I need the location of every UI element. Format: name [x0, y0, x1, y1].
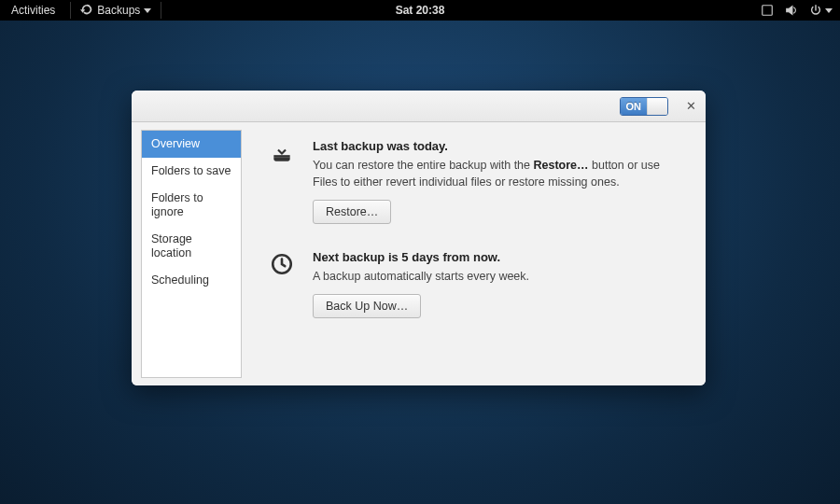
accessibility-icon	[761, 4, 774, 17]
app-menu-label: Backups	[97, 4, 140, 17]
close-icon: ✕	[686, 99, 696, 113]
chevron-down-icon	[144, 8, 151, 13]
next-backup-heading: Next backup is 5 days from now.	[313, 250, 678, 264]
close-button[interactable]: ✕	[681, 97, 700, 116]
activities-button[interactable]: Activities	[7, 2, 59, 19]
svg-rect-1	[273, 155, 289, 157]
window-body: Overview Folders to save Folders to igno…	[132, 122, 706, 385]
download-icon	[270, 139, 296, 224]
auto-backup-toggle[interactable]: ON	[620, 97, 669, 116]
sidebar-item-storage-location[interactable]: Storage location	[142, 226, 241, 267]
last-backup-section: Last backup was today. You can restore t…	[270, 139, 678, 224]
overview-panel: Last backup was today. You can restore t…	[242, 130, 698, 378]
top-bar: Activities Backups Sat 20:38	[0, 0, 840, 21]
app-menu[interactable]: Backups	[70, 2, 161, 19]
toggle-knob	[647, 98, 667, 115]
clock-icon	[270, 250, 296, 318]
clock[interactable]: Sat 20:38	[396, 4, 445, 17]
volume-menu[interactable]	[785, 4, 798, 17]
power-icon	[809, 4, 822, 17]
next-backup-desc: A backup automatically starts every week…	[313, 268, 678, 285]
backups-window: ON ✕ Overview Folders to save Folders to…	[132, 91, 706, 385]
backup-icon	[80, 4, 93, 17]
titlebar[interactable]: ON ✕	[132, 91, 706, 122]
sidebar-item-scheduling[interactable]: Scheduling	[142, 267, 241, 294]
power-menu[interactable]	[809, 4, 833, 17]
restore-button[interactable]: Restore…	[313, 200, 391, 224]
next-backup-section: Next backup is 5 days from now. A backup…	[270, 250, 678, 318]
backup-now-button[interactable]: Back Up Now…	[313, 294, 421, 318]
sidebar-item-folders-to-ignore[interactable]: Folders to ignore	[142, 185, 241, 226]
chevron-down-icon	[825, 8, 833, 13]
a11y-menu[interactable]	[761, 4, 774, 17]
sidebar-item-overview[interactable]: Overview	[142, 131, 241, 158]
toggle-on-label: ON	[621, 98, 648, 115]
last-backup-desc: You can restore the entire backup with t…	[313, 157, 678, 190]
sidebar: Overview Folders to save Folders to igno…	[141, 130, 242, 378]
sidebar-item-folders-to-save[interactable]: Folders to save	[142, 158, 241, 185]
system-tray	[761, 4, 833, 17]
volume-icon	[785, 4, 798, 17]
last-backup-heading: Last backup was today.	[313, 139, 678, 153]
svg-rect-0	[763, 6, 773, 16]
